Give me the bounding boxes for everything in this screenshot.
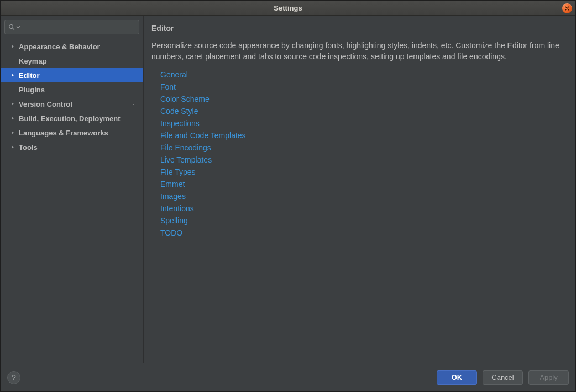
- expand-arrow-icon: [9, 116, 17, 121]
- link-images[interactable]: Images: [160, 190, 565, 202]
- svg-line-1: [13, 28, 14, 30]
- link-color-scheme[interactable]: Color Scheme: [160, 93, 565, 105]
- sidebar-item-appearance-behavior[interactable]: Appearance & Behavior: [1, 39, 143, 54]
- expand-arrow-icon: [9, 130, 17, 135]
- sidebar-item-label: Appearance & Behavior: [19, 43, 100, 51]
- link-code-style[interactable]: Code Style: [160, 105, 565, 117]
- page-title: Editor: [151, 24, 565, 33]
- cancel-button[interactable]: Cancel: [483, 370, 523, 385]
- dialog-body: Appearance & BehaviorKeymapEditorPlugins…: [1, 16, 575, 363]
- content-inner: Editor Personalize source code appearanc…: [144, 16, 575, 363]
- ok-label: OK: [452, 373, 463, 381]
- link-font[interactable]: Font: [160, 81, 565, 93]
- sidebar-item-tools[interactable]: Tools: [1, 140, 143, 154]
- dialog-footer: ? OK Cancel Apply: [1, 363, 575, 391]
- link-file-and-code-templates[interactable]: File and Code Templates: [160, 129, 565, 142]
- link-file-types[interactable]: File Types: [160, 166, 565, 178]
- expand-arrow-icon: [9, 102, 17, 106]
- search-wrap: [1, 16, 143, 38]
- subpage-links: GeneralFontColor SchemeCode StyleInspect…: [151, 69, 565, 239]
- sidebar-item-label: Languages & Frameworks: [19, 129, 108, 137]
- page-description: Personalize source code appearance by ch…: [151, 40, 565, 62]
- sidebar-item-keymap[interactable]: Keymap: [1, 54, 143, 68]
- apply-label: Apply: [540, 373, 558, 381]
- link-emmet[interactable]: Emmet: [160, 178, 565, 190]
- link-inspections[interactable]: Inspections: [160, 117, 565, 129]
- sidebar-item-version-control[interactable]: Version Control: [1, 97, 143, 111]
- sidebar-item-label: Tools: [19, 143, 38, 151]
- sidebar-item-label: Keymap: [19, 57, 47, 65]
- expand-arrow-icon: [9, 87, 17, 92]
- link-intentions[interactable]: Intentions: [160, 202, 565, 215]
- expand-arrow-icon: [9, 73, 17, 77]
- settings-tree: Appearance & BehaviorKeymapEditorPlugins…: [1, 38, 143, 363]
- ok-button[interactable]: OK: [437, 370, 477, 385]
- search-field[interactable]: [4, 20, 139, 34]
- link-todo[interactable]: TODO: [160, 227, 565, 239]
- window-close-button[interactable]: [562, 3, 572, 13]
- cancel-label: Cancel: [491, 373, 514, 381]
- sidebar-item-label: Build, Execution, Deployment: [19, 114, 120, 123]
- link-spelling[interactable]: Spelling: [160, 215, 565, 227]
- sidebar-item-editor[interactable]: Editor: [1, 68, 143, 82]
- titlebar: Settings: [1, 1, 575, 16]
- settings-window: Settings Appearance & BehaviorKeymapE: [0, 0, 576, 392]
- sidebar-item-label: Plugins: [19, 86, 45, 94]
- link-general[interactable]: General: [160, 69, 565, 81]
- content-panel: Editor Personalize source code appearanc…: [144, 16, 575, 363]
- link-file-encodings[interactable]: File Encodings: [160, 142, 565, 154]
- chevron-down-icon: [16, 25, 20, 29]
- close-icon: [565, 6, 569, 11]
- search-icon: [8, 24, 15, 30]
- expand-arrow-icon: [9, 59, 17, 63]
- sidebar-item-label: Editor: [19, 71, 40, 80]
- help-button[interactable]: ?: [7, 371, 20, 384]
- sidebar-item-label: Version Control: [19, 100, 72, 108]
- help-icon: ?: [12, 373, 15, 381]
- sidebar: Appearance & BehaviorKeymapEditorPlugins…: [1, 16, 144, 363]
- window-title: Settings: [274, 4, 302, 12]
- svg-rect-3: [134, 102, 138, 106]
- link-live-templates[interactable]: Live Templates: [160, 154, 565, 166]
- expand-arrow-icon: [9, 44, 17, 49]
- sidebar-item-plugins[interactable]: Plugins: [1, 82, 143, 97]
- expand-arrow-icon: [9, 145, 17, 149]
- apply-button[interactable]: Apply: [528, 370, 569, 385]
- project-badge-icon: [132, 100, 139, 108]
- search-input[interactable]: [23, 23, 135, 32]
- sidebar-item-languages-frameworks[interactable]: Languages & Frameworks: [1, 126, 143, 140]
- sidebar-item-build-execution-deployment[interactable]: Build, Execution, Deployment: [1, 111, 143, 126]
